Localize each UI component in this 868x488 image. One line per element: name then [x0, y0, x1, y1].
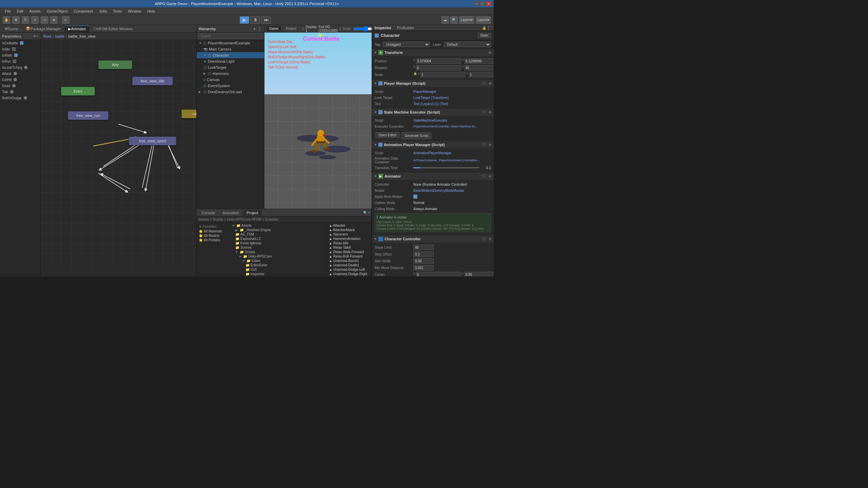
maximize-button[interactable]: □ [480, 1, 485, 6]
param-is-on-battle-checkbox[interactable] [20, 41, 23, 45]
state-machine-info[interactable]: ⓘ [482, 110, 486, 115]
state-machine-gear[interactable]: ⚙ [489, 110, 492, 114]
cc-min-move-input[interactable] [413, 265, 434, 270]
hierarchy-item-canvas[interactable]: □ Canvas [197, 77, 264, 83]
menu-assets[interactable]: Assets [27, 8, 43, 14]
tag-select[interactable]: Untagged [383, 42, 430, 47]
state-run[interactable]: free_view_run [68, 111, 108, 120]
collab-button[interactable]: ☁ [441, 16, 449, 24]
component-animation-player-header[interactable]: ▼ Animation Player Manager (Script) ⓘ ⚙ [372, 141, 494, 148]
hierarchy-item-look-target[interactable]: ⬡ LookTarget [197, 64, 264, 70]
script-hammers[interactable]: ▲ Hammers [328, 232, 371, 237]
param-is-idle-checkbox[interactable] [12, 47, 16, 51]
static-button[interactable]: Static [478, 33, 491, 38]
animator-info[interactable]: ⓘ [482, 174, 486, 179]
gameobj-name-text[interactable]: Character [381, 33, 400, 38]
state-roll[interactable]: roll [181, 109, 196, 118]
script-relax-roll[interactable]: ▲ Relax-Roll-Forward [328, 254, 371, 259]
cc-step-input[interactable] [413, 251, 434, 257]
state-idle[interactable]: free_view_idle [132, 77, 173, 85]
param-attack-dot[interactable] [14, 72, 17, 75]
tree-ae-fsm[interactable]: 📁 AE_FSM [231, 232, 327, 237]
component-player-manager-header[interactable]: ▼ Player Manager (Script) ⓘ ⚙ [372, 80, 494, 87]
animator-gear[interactable]: ⚙ [489, 175, 492, 178]
hierarchy-plus-button[interactable]: + [253, 26, 256, 32]
animation-player-checkbox[interactable] [378, 143, 382, 147]
position-x[interactable] [416, 58, 461, 64]
tree-heathen[interactable]: ▶ 📁 _Heathen Engine [231, 228, 327, 232]
anim-root-checkbox[interactable]: ✓ [413, 195, 417, 199]
tree-inspector[interactable]: 📁 Inspector [231, 272, 327, 276]
component-transform-header[interactable]: ▼ ⊕ Transform ⚙ [372, 49, 494, 56]
animation-player-info[interactable]: ⓘ [482, 142, 486, 147]
params-add-button[interactable]: + [33, 34, 36, 39]
state-sprint[interactable]: free_view_sprint [129, 137, 176, 145]
animation-player-gear[interactable]: ⚙ [489, 143, 492, 147]
sm-open-editor-button[interactable]: Open Editor [375, 132, 399, 138]
rotation-x[interactable] [416, 65, 461, 70]
tab-hfsm[interactable]: ⬡ HFSM Editor Window [90, 25, 136, 32]
layout-button[interactable]: Layout ▾ [476, 16, 491, 24]
close-button[interactable]: ✕ [486, 1, 491, 6]
hierarchy-item-directional-light[interactable]: ☀ Directional Light [197, 58, 264, 64]
cc-info[interactable]: ⓘ [482, 237, 486, 241]
cc-center-x[interactable] [416, 272, 461, 277]
tree-resources[interactable]: 📁 Resources [231, 276, 327, 277]
script-hammers-rotation[interactable]: ▲ HammersRotation [328, 237, 371, 241]
script-unarmed-dodge-r[interactable]: ▲ Unarmed-Dodge-Right [328, 272, 371, 276]
menu-gameobject[interactable]: GameObject [44, 8, 71, 14]
tab-project[interactable]: Project [243, 210, 261, 216]
param-is-run-checkbox[interactable] [13, 60, 16, 63]
scale-tool-button[interactable]: ⤢ [31, 16, 39, 24]
component-state-machine-header[interactable]: ▼ State Machine Executor (Script) ⓘ ⚙ [372, 108, 494, 116]
tab-console[interactable]: Console [198, 210, 218, 216]
fav-all-prefabs[interactable]: ⭐ All Prefabs [198, 238, 229, 242]
search-button[interactable]: 🔍 [450, 16, 458, 24]
rotate-tool-button[interactable]: ↻ [22, 16, 29, 24]
script-unarmed-death[interactable]: ▲ Unarmed-Death1 [328, 263, 371, 267]
rotation-y[interactable] [465, 65, 494, 70]
param-roll-dot[interactable] [24, 96, 27, 100]
step-button[interactable]: ⏭ [261, 16, 271, 24]
tab-animator[interactable]: ▶ Animator [65, 25, 89, 32]
scale-slider[interactable] [353, 27, 372, 30]
hierarchy-item-dontdestroy[interactable]: ▶ ⬡ DontDestroyOnLoad [197, 89, 264, 95]
gameobj-active-checkbox[interactable] [375, 34, 379, 38]
hierarchy-search-input[interactable] [199, 34, 262, 39]
script-relax-walk[interactable]: ▲ Relax-Walk-Forward [328, 250, 371, 254]
display-label[interactable]: Display 1 [305, 25, 317, 33]
ap-script-value[interactable]: AnimationPlayerManager [413, 151, 451, 155]
component-animator-header[interactable]: ▼ ▶ Animator ⓘ ⚙ [372, 172, 494, 180]
tree-scripts[interactable]: ▼ 📁 Scripts [231, 250, 327, 254]
script-attacker[interactable]: ▲ Attacker [328, 223, 371, 228]
cc-slope-input[interactable] [413, 245, 434, 250]
player-manager-checkbox[interactable] [378, 81, 382, 85]
tab-scene[interactable]: ⊞ Scene [1, 25, 22, 32]
sm-generate-button[interactable]: Generate Script [401, 132, 431, 139]
animator-canvas[interactable]: Any Entry free_view_idle free_view_run r [41, 40, 196, 269]
param-is-walk-checkbox[interactable] [14, 54, 18, 57]
tree-editor[interactable]: ▼ 📁 Editor [231, 259, 327, 263]
transform-tool-button[interactable]: ⊕ [50, 16, 58, 24]
cc-center-y[interactable] [465, 272, 494, 277]
menu-component[interactable]: Component [71, 8, 96, 14]
tree-scenes[interactable]: 📁 Scenes [231, 245, 327, 250]
menu-file[interactable]: File [2, 8, 14, 14]
tab-animation[interactable]: Animation [219, 210, 242, 216]
script-relax-idle[interactable]: ▲ Relax-Idle [328, 241, 371, 245]
script-unarmed-boost[interactable]: ▲ Unarmed-Boost1 [328, 259, 371, 263]
tree-kevin[interactable]: 📁 Kevin Iglesias [231, 241, 327, 245]
state-machine-checkbox[interactable] [378, 110, 382, 114]
rect-tool-button[interactable]: ▭ [41, 16, 48, 24]
params-remove-button[interactable]: − [36, 34, 38, 39]
sm-script-value[interactable]: StateMachineExecutor [413, 119, 448, 122]
param-get-hit-dot[interactable] [14, 78, 17, 81]
hierarchy-item-playermovement[interactable]: ▼ ⬡ PlayerMovementExample [197, 40, 264, 46]
player-manager-info[interactable]: ⓘ [482, 81, 486, 86]
inspector-lock-button[interactable]: 🔒 [482, 26, 486, 30]
state-any[interactable]: Any [98, 60, 132, 69]
play-button[interactable]: ▶ [240, 16, 249, 24]
position-y[interactable] [465, 58, 494, 64]
fav-all-materials[interactable]: ⭐ All Materials [198, 229, 229, 233]
layers-button[interactable]: Layers ▾ [459, 16, 474, 24]
